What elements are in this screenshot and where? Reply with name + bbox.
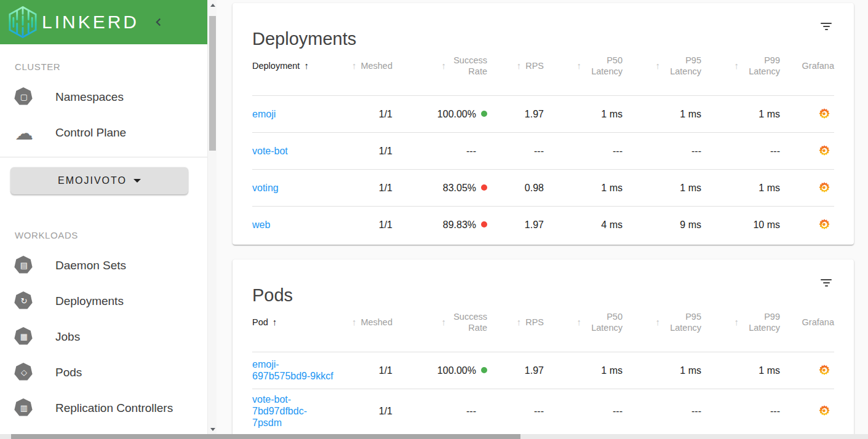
sidebar: LINKERD CLUSTER▢Namespaces☁Control Plane…: [0, 0, 207, 439]
col-header-label: Pod: [252, 317, 268, 328]
sidebar-item-namespaces[interactable]: ▢Namespaces: [0, 79, 207, 115]
sort-arrow-icon: ↑: [352, 317, 357, 328]
app-title: LINKERD: [42, 12, 139, 33]
namespaces-icon: ▢: [14, 87, 34, 108]
sidebar-item-control-plane[interactable]: ☁Control Plane: [0, 115, 207, 151]
cell-p50: ---: [544, 132, 623, 169]
cell-meshed: 1/1: [333, 352, 392, 389]
cell-p95: 1 ms: [623, 352, 701, 389]
cell-grafana: [780, 132, 834, 169]
sort-arrow-icon: ↑: [577, 317, 582, 328]
pods-icon: ◇: [14, 362, 34, 383]
success-rate-value: 83.05%: [443, 182, 476, 194]
col-header-label: Meshed: [360, 60, 392, 71]
col-header-rps[interactable]: ↑RPS: [487, 295, 544, 352]
cell-p95: 1 ms: [623, 169, 701, 206]
sort-arrow-icon: ↑: [735, 317, 739, 328]
deployments-table: Deployment↑↑Meshed↑Success Rate↑RPS↑P50 …: [252, 39, 834, 243]
filter-icon[interactable]: [821, 273, 832, 287]
collapse-sidebar-icon[interactable]: [151, 15, 166, 30]
cell-name: vote-bot-7bd97dfbdc-7psdm: [252, 389, 333, 433]
col-header-p95[interactable]: ↑P95 Latency: [623, 295, 701, 352]
sidebar-item-jobs[interactable]: ▦Jobs: [0, 319, 207, 355]
col-header-grafana: Grafana: [780, 295, 834, 352]
col-header-meshed[interactable]: ↑Meshed: [333, 295, 392, 352]
section-label-workloads: WORKLOADS: [15, 230, 207, 240]
control-plane-icon: ☁: [14, 122, 34, 143]
cell-meshed: 1/1: [333, 95, 392, 132]
sort-arrow-icon: ↑: [352, 60, 357, 71]
grafana-icon[interactable]: [818, 405, 830, 417]
col-header-p50[interactable]: ↑P50 Latency: [544, 39, 623, 95]
col-header-p50[interactable]: ↑P50 Latency: [544, 295, 623, 352]
sidebar-item-deployments[interactable]: ↻Deployments: [0, 283, 207, 319]
table-row: web1/189.83%1.974 ms9 ms10 ms: [252, 206, 834, 243]
cell-p99: 1 ms: [701, 169, 780, 206]
sort-arrow-icon: ↑: [517, 317, 522, 328]
cell-p50: 1 ms: [544, 95, 623, 132]
deployments-name-link[interactable]: emoji: [252, 109, 276, 119]
success-rate-value: 89.83%: [443, 219, 476, 231]
success-rate-value: ---: [466, 405, 476, 417]
jobs-icon: ▦: [14, 326, 34, 347]
scroll-up-arrow[interactable]: [208, 1, 217, 9]
grafana-icon[interactable]: [818, 364, 830, 376]
success-rate-value: 100.00%: [437, 365, 476, 376]
cell-grafana: [780, 352, 834, 389]
cell-grafana: [780, 206, 834, 243]
scroll-down-arrow[interactable]: [208, 425, 217, 433]
status-dot-good: [481, 367, 487, 373]
deployments-name-link[interactable]: voting: [252, 183, 279, 193]
linkerd-logo-icon: [6, 6, 39, 39]
col-header-p95[interactable]: ↑P95 Latency: [623, 39, 701, 95]
pods-name-link[interactable]: emoji-697b575bd9-9kkcf: [252, 359, 333, 381]
col-header-label: Grafana: [802, 317, 834, 328]
namespace-selector-label: EMOJIVOTO: [58, 175, 127, 186]
replication-controllers-icon: ▥: [14, 398, 34, 419]
pods-card: Pods Pod↑↑Meshed↑Success Rate↑RPS↑P50 La…: [233, 259, 854, 439]
cell-p95: 9 ms: [623, 206, 701, 243]
sort-arrow-icon: ↑: [735, 60, 739, 71]
deployments-name-link[interactable]: web: [252, 220, 270, 230]
col-header-p99[interactable]: ↑P99 Latency: [701, 39, 780, 95]
sidebar-header: LINKERD: [0, 0, 207, 44]
cell-p99: 1 ms: [701, 352, 780, 389]
col-header-label: Grafana: [802, 60, 834, 71]
sidebar-item-label: Pods: [55, 366, 82, 379]
col-header-label: RPS: [525, 60, 544, 71]
deployments-card: Deployments Deployment↑↑Meshed↑Success R…: [233, 3, 854, 245]
deployments-name-link[interactable]: vote-bot: [252, 146, 288, 156]
sidebar-item-daemon-sets[interactable]: ▤Daemon Sets: [0, 248, 207, 283]
sort-arrow-icon: ↑: [517, 60, 522, 71]
col-header-label: P50 Latency: [586, 311, 623, 333]
pods-name-link[interactable]: vote-bot-7bd97dfbdc-7psdm: [252, 394, 307, 428]
table-row: vote-bot-7bd97dfbdc-7psdm1/1------------…: [252, 389, 834, 433]
namespace-selector-button[interactable]: EMOJIVOTO: [10, 167, 188, 194]
grafana-icon[interactable]: [818, 181, 830, 194]
col-header-label: P95 Latency: [664, 55, 701, 77]
sidebar-item-pods[interactable]: ◇Pods: [0, 355, 207, 390]
cell-success_rate: ---: [392, 132, 487, 169]
horizontal-scrollbar: [0, 434, 868, 439]
grafana-icon[interactable]: [818, 108, 830, 120]
sidebar-item-label: Replication Controllers: [55, 401, 173, 415]
cell-name: web: [252, 206, 333, 243]
col-header-p99[interactable]: ↑P99 Latency: [701, 295, 780, 352]
sidebar-item-replication-controllers[interactable]: ▥Replication Controllers: [0, 390, 207, 426]
vertical-scrollbar-thumb[interactable]: [209, 16, 216, 151]
filter-icon[interactable]: [821, 17, 832, 30]
cell-name: emoji: [252, 95, 333, 132]
grafana-icon[interactable]: [818, 144, 830, 157]
col-header-rps[interactable]: ↑RPS: [487, 39, 544, 95]
cell-p95: ---: [623, 389, 701, 433]
horizontal-scrollbar-thumb[interactable]: [11, 434, 520, 439]
col-header-success_rate[interactable]: ↑Success Rate: [392, 39, 487, 95]
daemon-sets-icon: ▤: [14, 255, 34, 276]
cell-grafana: [780, 169, 834, 206]
cell-p95: 1 ms: [623, 95, 701, 132]
cell-meshed: 1/1: [333, 206, 392, 243]
cell-success_rate: 100.00%: [392, 352, 487, 389]
col-header-grafana: Grafana: [780, 39, 834, 95]
grafana-icon[interactable]: [818, 218, 830, 231]
col-header-success_rate[interactable]: ↑Success Rate: [392, 295, 487, 352]
